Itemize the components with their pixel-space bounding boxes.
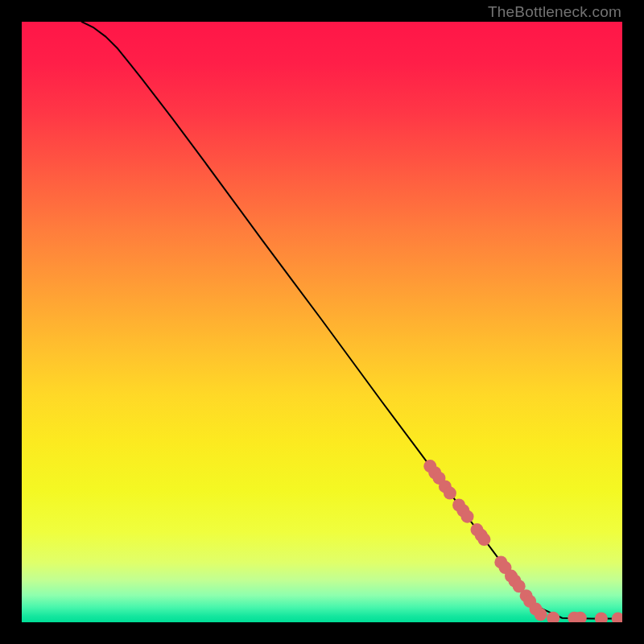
data-point	[444, 487, 456, 500]
data-point	[535, 608, 547, 621]
attribution-label: TheBottleneck.com	[488, 3, 621, 21]
chart-stage: TheBottleneck.com	[0, 0, 644, 644]
data-point	[461, 510, 474, 523]
chart-background	[22, 22, 622, 622]
bottleneck-chart	[22, 22, 622, 622]
data-point	[477, 533, 490, 546]
